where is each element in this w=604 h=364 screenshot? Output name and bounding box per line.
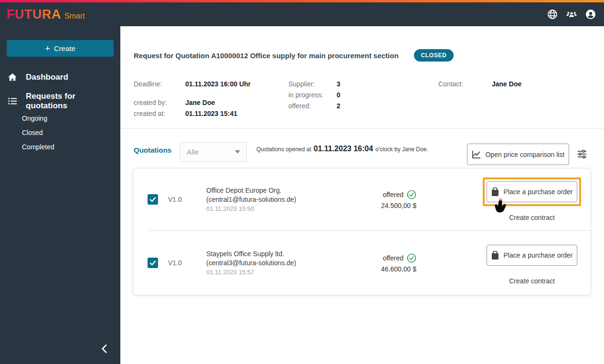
quotation-date: 01.11.2023 15:57	[206, 268, 364, 277]
app-header: FUTURA Smart	[0, 2, 604, 26]
supplier-info: Staypels Office Supply ltd. (central3@fu…	[206, 250, 364, 277]
sidebar-item-label: Dashboard	[26, 73, 68, 82]
open-price-comparison-button[interactable]: Open price comparison list	[467, 144, 569, 165]
opened-time: 01.11.2023 16:04	[314, 145, 373, 153]
filter-settings-button[interactable]	[576, 148, 588, 161]
created-by-label: created by:	[134, 99, 185, 106]
created-at-label: created at:	[134, 110, 185, 117]
sidebar-nav: Dashboard Requests for quotations Ongoin…	[0, 67, 120, 154]
supplier-count-row: Supplier: 3	[288, 80, 340, 88]
check-circle-icon	[407, 190, 416, 199]
quotation-version: V1.0	[168, 259, 206, 267]
offer-status-line: offered	[364, 190, 416, 199]
app-logo: FUTURA Smart	[7, 7, 85, 22]
create-button[interactable]: + Create	[7, 40, 114, 57]
sidebar: + Create Dashboard Requests for quotatio…	[0, 26, 120, 364]
opened-prefix: Quotations opened at	[256, 146, 311, 153]
offer-status-cell: offered 24.500,00 $	[364, 190, 416, 209]
status-badge: CLOSED	[414, 49, 454, 62]
place-purchase-order-button[interactable]: Place a purchase order	[487, 245, 577, 266]
checkbox-cell	[148, 258, 168, 268]
sidebar-collapse-button[interactable]	[96, 341, 113, 357]
quotation-checkbox[interactable]	[148, 194, 158, 205]
offer-price: 46.600,00 $	[364, 265, 416, 273]
quotations-card: V1.0 Office Depot Europe Org. (central1@…	[133, 168, 591, 295]
supplier-value: 3	[337, 80, 340, 88]
sidebar-item-ongoing[interactable]: Ongoing	[0, 111, 120, 125]
sidebar-subitem-label: Completed	[22, 143, 54, 151]
supplier-email: (central1@futura-solutions.de)	[206, 195, 364, 204]
quotation-row: V1.0 Staypels Office Supply ltd. (centra…	[133, 231, 591, 295]
offer-price: 24.500,00 $	[364, 202, 416, 209]
offer-status-line: offered	[364, 253, 416, 263]
row-actions: Place a purchase order Create contract	[483, 241, 581, 285]
supplier-info: Office Depot Europe Org. (central1@futur…	[206, 186, 364, 213]
contact-row: Contact: Jane Doe	[438, 80, 521, 88]
create-contract-link[interactable]: Create contract	[509, 277, 555, 285]
caret-down-icon	[235, 150, 240, 154]
deadline-row: Deadline: 01.11.2023 16:00 Uhr	[134, 80, 251, 88]
sidebar-subitem-label: Closed	[22, 129, 43, 136]
home-icon	[7, 72, 18, 83]
offered-count-row: offered: 2	[288, 102, 340, 110]
sidebar-item-dashboard[interactable]: Dashboard	[0, 67, 120, 87]
main-content: Request for Quotation A10000012 Office s…	[120, 26, 604, 364]
logo-suffix: Smart	[64, 12, 85, 21]
deadline-value: 01.11.2023 16:00 Uhr	[185, 80, 251, 88]
shopping-bag-icon	[491, 251, 499, 260]
brand-gradient-bar	[0, 0, 604, 2]
quotation-version: V1.0	[168, 196, 206, 203]
supplier-name: Staypels Office Supply ltd.	[206, 250, 364, 259]
page-title: Request for Quotation A10000012 Office s…	[134, 52, 399, 60]
shopping-bag-icon	[491, 187, 499, 196]
create-button-label: Create	[54, 44, 75, 52]
supplier-label: Supplier:	[288, 80, 337, 88]
section-divider	[120, 128, 604, 129]
offered-value: 2	[337, 102, 340, 110]
in-progress-label: in progress:	[288, 91, 337, 99]
offer-status-text: offered	[383, 191, 403, 198]
check-circle-icon	[407, 253, 416, 263]
quotation-checkbox[interactable]	[148, 258, 158, 268]
in-progress-row: in progress: 0	[288, 91, 340, 99]
created-at-row: created at: 01.11.2023 15:41	[134, 110, 237, 117]
list-icon	[7, 96, 18, 106]
title-row: Request for Quotation A10000012 Office s…	[134, 49, 454, 62]
sidebar-subitem-label: Ongoing	[22, 114, 47, 122]
account-circle-icon[interactable]	[585, 9, 596, 20]
opened-suffix: o'clock by Jane Doe.	[375, 146, 428, 153]
sidebar-item-requests[interactable]: Requests for quotations	[0, 91, 120, 111]
checkbox-cell	[148, 194, 168, 205]
quotations-section-label: Quotations	[134, 146, 171, 154]
supplier-email: (central3@futura-solutions.de)	[206, 259, 364, 268]
check-icon	[149, 260, 156, 266]
offer-status-text: offered	[383, 254, 403, 262]
created-at-value: 01.11.2023 15:41	[185, 110, 237, 117]
sidebar-item-closed[interactable]: Closed	[0, 125, 120, 140]
plus-icon: +	[45, 44, 50, 53]
create-contract-link[interactable]: Create contract	[509, 214, 555, 221]
place-purchase-order-button[interactable]: Place a purchase order	[487, 181, 577, 202]
quotations-opened-text: Quotations opened at 01.11.2023 16:04 o'…	[256, 145, 428, 153]
supplier-name: Office Depot Europe Org.	[206, 186, 364, 195]
row-actions: Place a purchase order Create contract	[483, 177, 581, 221]
purchase-order-label: Place a purchase order	[504, 188, 573, 196]
offered-label: offered:	[288, 102, 337, 110]
filter-selected-value: Alle	[187, 148, 199, 156]
chart-line-icon	[472, 150, 481, 159]
quotation-row: V1.0 Office Depot Europe Org. (central1@…	[133, 168, 591, 230]
sidebar-item-label: Requests for quotations	[26, 92, 113, 111]
tune-icon	[577, 149, 587, 159]
button-ring-placeholder: Place a purchase order	[483, 241, 581, 270]
contact-label: Contact:	[438, 80, 492, 88]
sidebar-item-completed[interactable]: Completed	[0, 140, 120, 154]
created-by-value: Jane Doe	[185, 99, 215, 106]
quotation-filter-dropdown[interactable]: Alle	[180, 142, 247, 162]
contact-value: Jane Doe	[492, 80, 521, 88]
highlight-annotation-box: Place a purchase order	[483, 177, 581, 206]
purchase-order-label: Place a purchase order	[504, 251, 573, 259]
in-progress-value: 0	[337, 91, 340, 99]
check-icon	[149, 196, 156, 203]
globe-icon[interactable]	[547, 9, 558, 20]
groups-icon[interactable]	[566, 9, 577, 20]
